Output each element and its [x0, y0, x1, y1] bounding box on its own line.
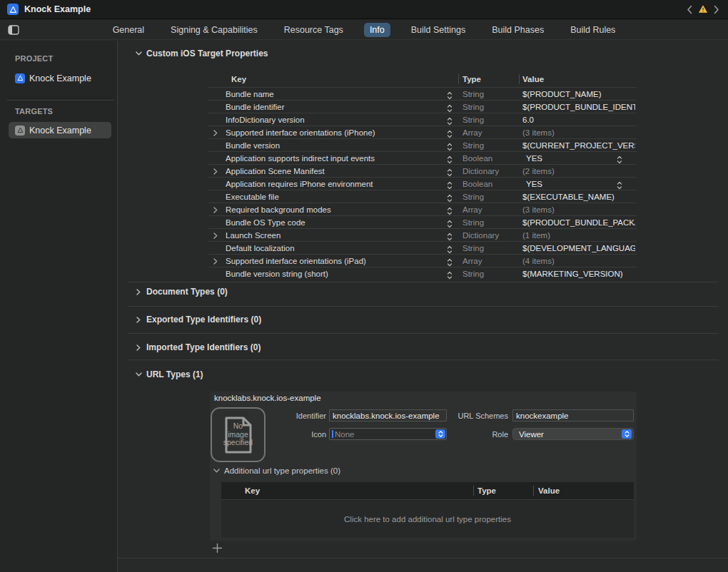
property-value[interactable]: $(PRODUCT_BUNDLE_IDENTIFIER) [522, 103, 635, 111]
tab-general[interactable]: General [107, 23, 150, 37]
target-tabs: GeneralSigning & CapabilitiesResource Ta… [107, 23, 622, 37]
chevron-right-icon[interactable] [135, 317, 142, 323]
disclosure-chevron-icon[interactable] [212, 206, 219, 213]
chevron-right-icon[interactable] [135, 344, 142, 351]
tab-build-phases[interactable]: Build Phases [486, 23, 550, 37]
back-chevron-icon[interactable] [685, 4, 694, 15]
section-header-url-types[interactable]: URL Types (1) [135, 369, 203, 379]
tab-build-rules[interactable]: Build Rules [565, 23, 621, 37]
property-row[interactable]: InfoDictionary versionString6.0 [208, 113, 637, 126]
chevron-down-icon[interactable] [135, 51, 142, 56]
property-value[interactable]: 6.0 [522, 116, 635, 124]
column-header-key: Key [231, 75, 246, 83]
section-header-document-types[interactable]: Document Types (0) [135, 287, 228, 297]
chevron-down-icon[interactable] [135, 372, 142, 377]
property-type[interactable]: String [462, 193, 484, 201]
url-schemes-field[interactable] [512, 409, 634, 422]
property-key: Application supports indirect input even… [226, 154, 453, 163]
add-url-type-button[interactable] [211, 541, 223, 554]
property-row[interactable]: Bundle version string (short)String$(MAR… [208, 267, 637, 280]
property-type[interactable]: Array [462, 205, 482, 214]
section-header-custom-properties[interactable]: Custom iOS Target Properties [135, 48, 268, 58]
property-value[interactable]: $(DEVELOPMENT_LANGUAGE) [522, 244, 635, 252]
property-row[interactable]: Bundle nameString$(PRODUCT_NAME) [208, 87, 637, 100]
property-row[interactable]: Default localizationString$(DEVELOPMENT_… [208, 241, 637, 254]
url-schemes-label: URL Schemes [444, 412, 508, 420]
disclosure-chevron-icon[interactable] [212, 129, 219, 136]
disclosure-chevron-icon[interactable] [212, 232, 219, 239]
disclosure-chevron-icon[interactable] [212, 257, 219, 265]
sidebar-item-project[interactable]: Knock Example [9, 70, 111, 86]
property-row[interactable]: Application supports indirect input even… [208, 151, 637, 164]
property-type[interactable]: String [462, 218, 484, 227]
property-row[interactable]: Application Scene ManifestDictionary(2 i… [208, 164, 637, 177]
tab-resource-tags[interactable]: Resource Tags [278, 23, 349, 37]
property-value[interactable]: $(EXECUTABLE_NAME) [522, 193, 635, 201]
property-row[interactable]: Launch ScreenDictionary(1 item) [208, 228, 637, 241]
section-header-imported-type-identifiers[interactable]: Imported Type Identifiers (0) [135, 342, 261, 352]
property-key: Launch Screen [226, 231, 453, 240]
tab-signing-capabilities[interactable]: Signing & Capabilities [165, 23, 263, 37]
property-row[interactable]: Supported interface orientations (iPhone… [208, 126, 637, 138]
property-row[interactable]: Application requires iPhone environmentB… [208, 177, 637, 190]
property-row[interactable]: Bundle versionString$(CURRENT_PROJECT_VE… [208, 138, 637, 151]
chevron-down-icon[interactable] [213, 469, 220, 473]
project-section-label: PROJECT [15, 54, 53, 63]
property-value[interactable]: (1 item) [522, 231, 635, 240]
section-title: Custom iOS Target Properties [146, 48, 268, 58]
property-value[interactable]: (4 items) [522, 257, 635, 265]
section-title: URL Types (1) [146, 369, 203, 379]
property-value[interactable]: (2 items) [522, 167, 635, 175]
forward-chevron-icon[interactable] [712, 4, 721, 15]
additional-table-empty-row[interactable]: Click here to add additional url type pr… [221, 499, 634, 538]
section-header-exported-type-identifiers[interactable]: Exported Type Identifiers (0) [135, 315, 261, 325]
key-stepper-icon[interactable] [447, 270, 453, 282]
column-header-value: Value [538, 486, 560, 495]
disclosure-chevron-icon[interactable] [212, 168, 219, 175]
tab-build-settings[interactable]: Build Settings [405, 23, 471, 37]
popup-stepper-icon[interactable] [622, 429, 632, 439]
property-value[interactable]: $(MARKETING_VERSION) [522, 270, 635, 278]
property-row[interactable]: Executable fileString$(EXECUTABLE_NAME) [208, 190, 637, 203]
additional-properties-table: Key Type Value Click here to add additio… [221, 482, 634, 538]
icon-combo-box[interactable]: None [329, 428, 447, 440]
property-type[interactable]: String [462, 141, 484, 150]
role-popup-button[interactable]: Viewer [512, 428, 634, 440]
project-icon [15, 73, 25, 83]
property-row[interactable]: Required background modesArray(3 items) [208, 203, 637, 215]
property-value[interactable]: $(PRODUCT_BUNDLE_PACKAGE_TYPE) [522, 218, 635, 227]
property-value[interactable]: (3 items) [522, 128, 635, 137]
property-type[interactable]: Boolean [462, 180, 492, 188]
warning-triangle-icon[interactable] [699, 4, 707, 15]
chevron-right-icon[interactable] [135, 289, 142, 295]
additional-properties-header[interactable]: Additional url type properties (0) [213, 466, 340, 475]
identifier-field[interactable] [329, 409, 447, 422]
projects-targets-sidebar: PROJECT Knock Example TARGETS Knock Exam… [0, 41, 118, 572]
property-value[interactable]: (3 items) [522, 205, 635, 214]
property-type[interactable]: String [462, 103, 484, 111]
sidebar-item-target[interactable]: Knock Example [9, 122, 111, 138]
property-type[interactable]: Boolean [462, 154, 492, 163]
icon-combo-value: None [335, 430, 435, 439]
project-app-icon [7, 4, 19, 15]
no-image-placeholder: No image specified [212, 422, 264, 447]
property-value[interactable]: $(CURRENT_PROJECT_VERSION) [522, 141, 635, 150]
property-type[interactable]: String [462, 244, 484, 252]
property-type[interactable]: String [462, 270, 484, 278]
property-type[interactable]: String [462, 116, 484, 124]
property-type[interactable]: Array [462, 128, 482, 137]
property-value[interactable]: $(PRODUCT_NAME) [522, 90, 635, 98]
tab-info[interactable]: Info [364, 23, 390, 37]
property-row[interactable]: Bundle OS Type codeString$(PRODUCT_BUNDL… [208, 215, 637, 228]
url-type-image-well[interactable]: No image specified [211, 407, 266, 462]
property-type[interactable]: Dictionary [462, 231, 499, 240]
property-row[interactable]: Bundle identifierString$(PRODUCT_BUNDLE_… [208, 100, 637, 113]
text-cursor [332, 430, 333, 438]
property-type[interactable]: String [462, 90, 484, 98]
property-key: Application Scene Manifest [226, 167, 453, 175]
column-header-type: Type [462, 75, 481, 83]
property-row[interactable]: Supported interface orientations (iPad)A… [208, 254, 637, 267]
property-type[interactable]: Array [462, 257, 482, 265]
sidebar-toggle-icon[interactable] [7, 24, 20, 36]
property-type[interactable]: Dictionary [462, 167, 499, 175]
